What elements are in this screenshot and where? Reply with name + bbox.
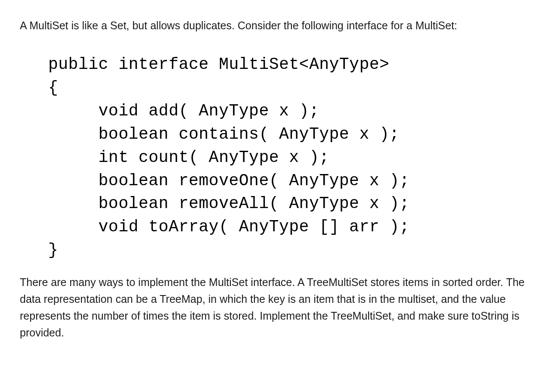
code-snippet: public interface MultiSet<AnyType> { voi… bbox=[48, 53, 526, 262]
intro-paragraph: A MultiSet is like a Set, but allows dup… bbox=[20, 17, 526, 34]
code-line: boolean removeAll( AnyType x ); bbox=[48, 194, 410, 213]
code-line: int count( AnyType x ); bbox=[48, 148, 329, 167]
document-page: A MultiSet is like a Set, but allows dup… bbox=[0, 0, 546, 392]
code-line: } bbox=[48, 241, 58, 259]
code-line: public interface MultiSet<AnyType> bbox=[48, 55, 389, 74]
code-line: void add( AnyType x ); bbox=[48, 102, 319, 120]
code-line: boolean removeOne( AnyType x ); bbox=[48, 171, 410, 190]
code-line: { bbox=[48, 78, 58, 97]
outro-paragraph: There are many ways to implement the Mul… bbox=[20, 274, 526, 341]
code-line: void toArray( AnyType [] arr ); bbox=[48, 218, 410, 236]
code-line: boolean contains( AnyType x ); bbox=[48, 125, 400, 143]
